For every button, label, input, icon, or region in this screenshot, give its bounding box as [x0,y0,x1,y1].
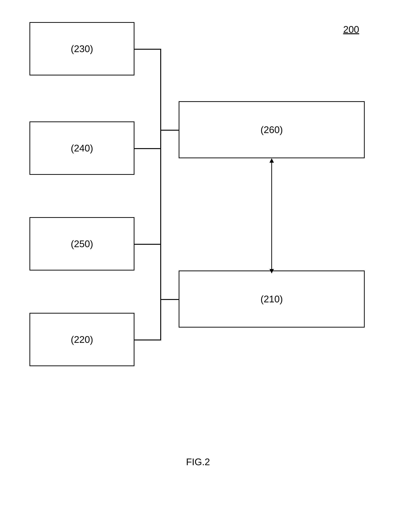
block-210: (210) [179,271,365,328]
block-220-label: (220) [71,334,93,345]
arrow-260-210 [266,158,277,274]
figure-label: FIG.2 [186,456,210,467]
connector-bus-260 [160,130,179,131]
block-240-label: (240) [71,143,93,154]
block-260-label: (260) [260,124,283,135]
connector-240-bus [134,148,161,149]
block-250-label: (250) [71,238,93,249]
block-260: (260) [179,101,365,158]
block-230: (230) [29,22,134,75]
block-230-label: (230) [71,43,93,54]
connector-250-bus [134,244,161,245]
connector-230-bus [134,49,161,50]
vertical-bus [160,49,161,340]
svg-marker-4 [269,269,274,273]
page-reference-number: 200 [343,24,359,35]
connector-bus-210 [160,299,179,300]
block-220: (220) [29,313,134,366]
svg-marker-3 [269,158,274,163]
connector-220-bus [134,340,161,340]
block-210-label: (210) [260,294,283,305]
block-240: (240) [29,121,134,175]
block-250: (250) [29,217,134,271]
